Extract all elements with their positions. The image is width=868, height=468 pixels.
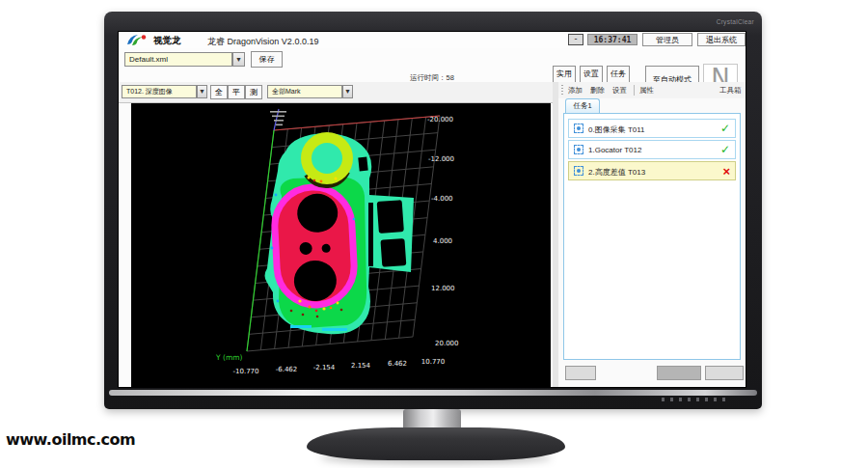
status-pass-icon: ✓ [720, 144, 730, 156]
image-source-dropdown-icon[interactable]: ▼ [197, 85, 207, 98]
exit-system-button[interactable]: 退出系统 [697, 33, 746, 46]
task-row-0[interactable]: 0.图像采集 T011 ✓ [568, 119, 736, 138]
task-label: 1.Gocator T012 [588, 146, 641, 154]
app-title: 龙睿 DragonVision V2.0.0.19 [207, 36, 318, 48]
dragonvision-logo-icon [125, 34, 150, 46]
point-cloud-part [265, 133, 415, 334]
viewer-region: T012. 深度图像 ▼ 全 平 测 全部Mark ▼ [119, 82, 553, 387]
mark-select[interactable]: 全部Mark [267, 85, 342, 98]
config-file-select[interactable]: Default.xml [124, 52, 232, 67]
svg-text:10.770: 10.770 [421, 358, 446, 366]
main-toolbar: Default.xml ▼ 保存 运行时间：58 实用 设置 任务 任务管理 至… [119, 48, 746, 83]
svg-text:2.154: 2.154 [351, 362, 371, 370]
task-row-2[interactable]: 2.高度差值 T013 × [568, 161, 736, 180]
y-axis-line [247, 130, 274, 351]
panel-bottom-button-3[interactable] [705, 366, 744, 380]
x-axis-line [274, 116, 440, 130]
task-label: 2.高度差值 T013 [588, 167, 645, 178]
watermark: www.oilmc.com [6, 430, 135, 449]
task-gear-icon [574, 124, 583, 133]
brand-name: 视觉龙 [153, 35, 181, 47]
clock: 16:37:41 [587, 34, 637, 45]
view-section-button[interactable]: 测 [245, 85, 262, 99]
viewer-toolbar: T012. 深度图像 ▼ 全 平 测 全部Mark ▼ [119, 82, 553, 103]
bezel-chrome-strip [109, 390, 757, 396]
toolbar-grip-icon [561, 85, 563, 96]
monitor-stand-base [307, 427, 565, 460]
tab-task1[interactable]: 任务1 [565, 98, 600, 113]
svg-text:-6.462: -6.462 [276, 366, 298, 373]
panel-bottom-button-1[interactable] [565, 366, 596, 380]
screen: 视觉龙 龙睿 DragonVision V2.0.0.19 - 16:37:41… [118, 31, 746, 388]
admin-button[interactable]: 管理员 [642, 33, 692, 46]
task-panel: 添加 删除 设置 属性 工具箱 任务1 0.图像采集 T011 ✓ 1.Goca… [558, 82, 746, 387]
mark-dropdown-icon[interactable]: ▼ [342, 85, 353, 98]
app-titlebar: 视觉龙 龙睿 DragonVision V2.0.0.19 - 16:37:41… [119, 32, 746, 49]
svg-text:-4.000: -4.000 [431, 195, 453, 203]
monitor-control-icons[interactable] [662, 398, 731, 401]
minimize-button[interactable]: - [568, 34, 583, 45]
config-file-dropdown-icon[interactable]: ▼ [232, 52, 245, 67]
svg-text:6.462: 6.462 [388, 360, 407, 368]
add-task-button[interactable]: 添加 [568, 86, 583, 96]
panel-bottom-button-2[interactable] [657, 366, 701, 380]
save-button[interactable]: 保存 [251, 51, 283, 68]
svg-text:-20.000: -20.000 [427, 116, 453, 124]
svg-text:-2.154: -2.154 [313, 364, 336, 372]
svg-text:4.000: 4.000 [433, 237, 452, 245]
svg-text:-10.770: -10.770 [232, 368, 258, 375]
pointcloud-3d-viewer[interactable]: -20.000 -12.000 -4.000 4.000 12.000 20.0… [131, 103, 551, 387]
monitor-brand-label: CrystalClear [717, 18, 754, 25]
toolbar-separator [634, 85, 635, 96]
task-row-1[interactable]: 1.Gocator T012 ✓ [568, 140, 736, 159]
status-fail-icon: × [722, 165, 730, 178]
svg-text:12.000: 12.000 [431, 285, 455, 292]
task-gear-icon [574, 166, 583, 176]
svg-text:20.000: 20.000 [435, 340, 459, 347]
status-pass-icon: ✓ [720, 123, 730, 135]
toolbox-button[interactable]: 工具箱 [719, 86, 742, 96]
task-gear-icon [574, 145, 583, 154]
delete-task-button[interactable]: 删除 [590, 86, 605, 96]
x-axis-ticks: -10.770 -6.462 -2.154 2.154 6.462 10.770 [232, 358, 445, 375]
y-axis-label: Y (mm) [215, 353, 243, 362]
properties-button[interactable]: 属性 [639, 86, 654, 96]
task-panel-toolbar: 添加 删除 设置 属性 工具箱 [558, 82, 746, 98]
monitor: CrystalClear 视觉龙 龙睿 DragonVision V2.0.0.… [104, 12, 762, 409]
view-fit-button[interactable]: 全 [210, 85, 228, 99]
task-settings-button[interactable]: 设置 [612, 86, 627, 96]
task-label: 0.图像采集 T011 [588, 124, 645, 135]
view-flat-button[interactable]: 平 [228, 85, 245, 99]
task-list: 0.图像采集 T011 ✓ 1.Gocator T012 ✓ 2.高度差值 T0… [563, 113, 741, 360]
image-source-select[interactable]: T012. 深度图像 [122, 85, 197, 98]
svg-text:-12.000: -12.000 [428, 155, 454, 163]
